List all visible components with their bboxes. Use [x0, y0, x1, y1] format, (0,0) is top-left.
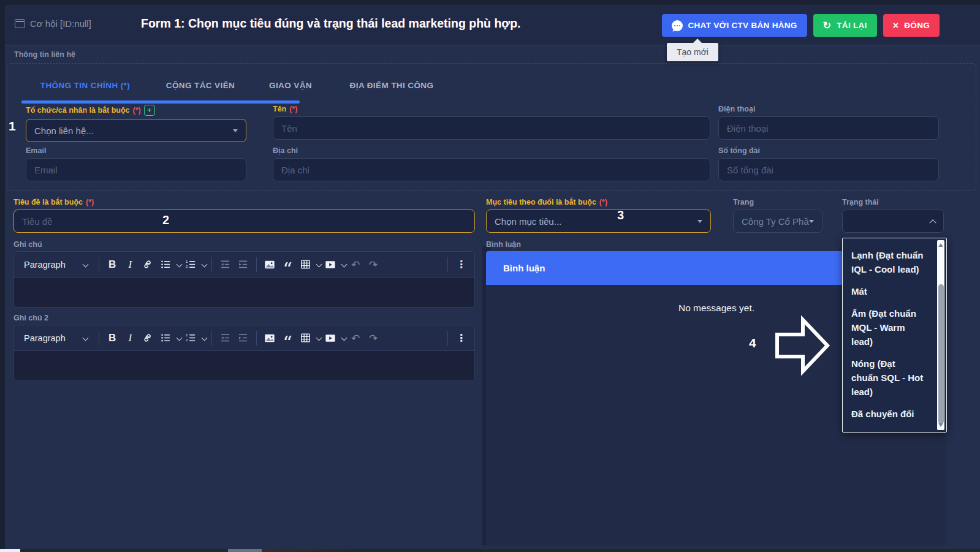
toolbar-overflow-button[interactable]: ⋮ — [453, 256, 469, 273]
chevron-down-icon[interactable] — [316, 335, 322, 341]
outdent-button[interactable] — [217, 330, 234, 347]
address-field-label: Địa chỉ — [273, 146, 710, 155]
dropdown-scrollbar[interactable] — [937, 240, 944, 430]
phone-input[interactable] — [718, 116, 939, 140]
insert-table-button[interactable] — [297, 256, 314, 273]
annotation-step-2: 2 — [162, 213, 169, 227]
status-option-da-huy[interactable]: Đã hủy — [851, 429, 924, 433]
title-label-text: Tiêu đề là bắt buộc — [13, 198, 83, 206]
chevron-down-icon[interactable] — [201, 262, 207, 268]
block-quote-button[interactable]: “ — [279, 330, 296, 347]
paragraph-style-dropdown[interactable]: Paragraph — [19, 255, 94, 274]
status-select[interactable] — [842, 210, 944, 233]
hotline-field-label: Số tổng đài — [718, 146, 939, 155]
undo-button[interactable]: ↶ — [348, 330, 364, 347]
link-icon[interactable] — [140, 256, 156, 273]
numbered-list-button[interactable]: 12 — [183, 330, 199, 347]
contact-section-label: Thông tin liên hệ — [14, 50, 75, 59]
italic-button[interactable]: I — [122, 256, 139, 273]
chevron-down-icon[interactable] — [316, 262, 322, 268]
outdent-button[interactable] — [217, 256, 234, 273]
bulleted-list-button[interactable] — [158, 330, 174, 347]
bold-button[interactable]: B — [104, 256, 121, 273]
hotline-input[interactable] — [718, 158, 939, 181]
scrollbar-segment-left[interactable] — [0, 549, 20, 552]
block-quote-button[interactable]: “ — [279, 256, 296, 273]
numbered-list-button[interactable]: 12 — [183, 256, 199, 273]
org-required-mark: (*) — [133, 106, 141, 115]
title-input[interactable] — [13, 210, 475, 233]
insert-table-button[interactable] — [297, 330, 314, 347]
chat-with-ctv-button[interactable]: CHAT VỚI CTV BÁN HÀNG — [662, 14, 807, 37]
tab-dia-diem-thi-cong[interactable]: ĐỊA ĐIỂM THI CÔNG — [350, 81, 434, 90]
status-option-da-chuyen-doi[interactable]: Đã chuyển đổi — [851, 407, 924, 421]
status-option-list: Lạnh (Đạt chuẩn IQL - Cool lead) Mát Ấm … — [843, 238, 946, 433]
scroll-up-icon[interactable] — [938, 243, 943, 247]
undo-button[interactable]: ↶ — [348, 256, 364, 273]
opportunity-modal: Cơ hội [ID:null] Form 1: Chọn mục tiêu đ… — [5, 5, 980, 549]
chevron-down-icon[interactable] — [341, 335, 347, 341]
paragraph-label: Paragraph — [24, 333, 66, 343]
italic-button[interactable]: I — [122, 330, 139, 347]
contact-select[interactable]: Chọn liên hệ... — [26, 119, 246, 142]
bold-button[interactable]: B — [104, 330, 121, 347]
name-label-text: Tên — [273, 105, 286, 113]
note1-editor[interactable]: Paragraph B I 12 — [13, 251, 475, 308]
page-field-label: Trang — [733, 198, 822, 206]
name-input[interactable] — [273, 116, 710, 140]
paragraph-style-dropdown[interactable]: Paragraph — [19, 329, 94, 347]
email-input[interactable] — [26, 158, 246, 181]
toolbar-separator — [99, 331, 99, 346]
scrollbar-thumb[interactable] — [938, 284, 944, 424]
bulleted-list-button[interactable] — [158, 256, 174, 273]
reload-button[interactable]: ↻ TẢI LẠI — [813, 14, 877, 37]
tab-cong-tac-vien[interactable]: CỘNG TÁC VIÊN — [166, 81, 235, 90]
chevron-down-icon[interactable] — [201, 335, 207, 341]
scrollbar-thumb[interactable] — [228, 549, 262, 552]
status-option-mat[interactable]: Mát — [851, 284, 924, 298]
address-input[interactable] — [273, 158, 710, 181]
title-field-label: Tiêu đề là bắt buộc (*) — [13, 198, 475, 206]
redo-button[interactable]: ↷ — [365, 256, 382, 273]
svg-text:2: 2 — [186, 265, 188, 268]
toolbar-separator — [256, 331, 257, 346]
goal-field-group: Mục tiêu theo đuổi là bắt buộc (*) Chọn … — [486, 198, 711, 233]
scroll-down-icon[interactable] — [938, 423, 943, 427]
chevron-down-icon — [82, 262, 88, 268]
link-icon[interactable] — [140, 330, 156, 347]
email-field-label: Email — [26, 146, 246, 155]
chevron-down-icon[interactable] — [176, 335, 182, 341]
toolbar-overflow-button[interactable]: ⋮ — [453, 330, 469, 347]
active-tab-indicator — [21, 100, 300, 104]
note2-content-area[interactable] — [14, 351, 474, 381]
goal-select-value: Chọn mục tiêu... — [495, 216, 697, 227]
indent-button[interactable] — [235, 256, 251, 273]
insert-media-button[interactable] — [322, 256, 339, 273]
status-option-am[interactable]: Ấm (Đạt chuẩn MQL - Warm lead) — [851, 306, 924, 349]
insert-image-button[interactable] — [262, 256, 278, 273]
tab-thong-tin-chinh[interactable]: THÔNG TIN CHÍNH (*) — [40, 81, 130, 90]
close-button[interactable]: × ĐÓNG — [883, 14, 940, 37]
note2-editor[interactable]: Paragraph B I 12 — [13, 325, 475, 381]
indent-button[interactable] — [235, 330, 251, 347]
annotation-step-1: 1 — [9, 119, 16, 134]
title-required-mark: (*) — [86, 198, 94, 206]
insert-image-button[interactable] — [262, 330, 278, 347]
calendar-icon — [15, 19, 25, 28]
note1-content-area[interactable] — [14, 278, 474, 308]
entity-label: Cơ hội [ID:null] — [30, 18, 91, 29]
org-label-text: Tổ chức/cá nhân là bắt buộc — [26, 106, 130, 115]
chevron-down-icon[interactable] — [341, 262, 347, 268]
chevron-down-icon[interactable] — [176, 262, 182, 268]
redo-button[interactable]: ↷ — [365, 330, 382, 347]
insert-media-button[interactable] — [322, 330, 339, 347]
tab-giao-van[interactable]: GIAO VẬN — [269, 81, 312, 90]
reload-button-label: TẢI LẠI — [837, 21, 867, 30]
page-select[interactable]: Công Ty Cổ Phầ... — [733, 210, 822, 233]
note2-label: Ghi chú 2 — [13, 314, 48, 322]
status-option-nong[interactable]: Nóng (Đạt chuẩn SQL - Hot lead) — [851, 357, 924, 399]
status-option-lanh[interactable]: Lạnh (Đạt chuẩn IQL - Cool lead) — [851, 248, 924, 276]
svg-text:1: 1 — [186, 333, 188, 337]
goal-select[interactable]: Chọn mục tiêu... — [486, 210, 711, 233]
add-contact-icon[interactable]: + — [144, 105, 155, 116]
